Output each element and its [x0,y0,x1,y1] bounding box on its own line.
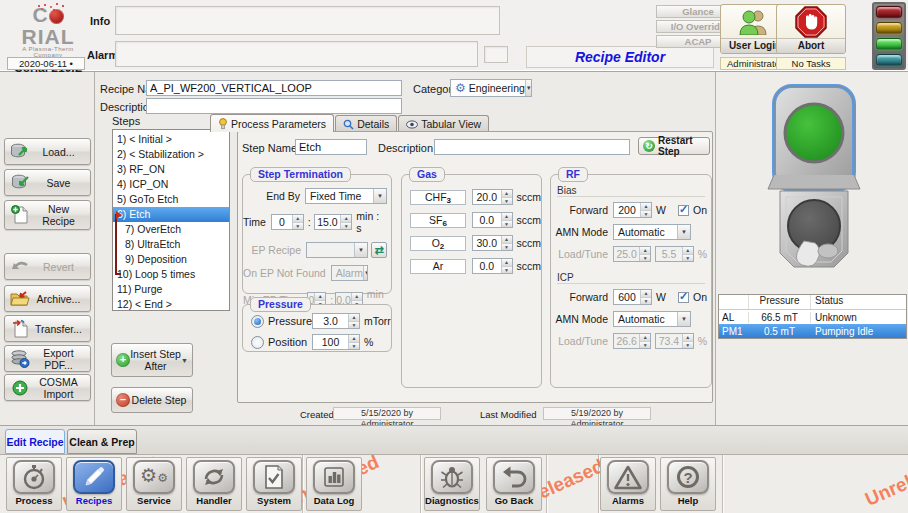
icp-forward-value: 600 [614,290,640,304]
chamber-status: Pumping Idle [811,326,906,337]
icp-amn-mode-dropdown[interactable]: Automatic ▼ [613,311,691,327]
bias-on-checkbox[interactable] [678,205,689,216]
step-item[interactable]: 10) Loop 5 times [113,267,229,282]
task-status: No Tasks [776,57,846,70]
load-label: Load... [31,146,86,158]
tab-details[interactable]: Details [335,115,397,132]
time-sec-spinner[interactable]: 15.0▲▼ [314,214,353,230]
position-spinner[interactable]: 100▲▼ [312,334,360,350]
restart-step-label: Restart Step [658,135,705,157]
recipe-name-input[interactable] [146,80,402,96]
icp-forward-spinner[interactable]: 600▲▼ [613,289,652,305]
process-button[interactable]: Process [6,457,62,511]
tab-tabular-view[interactable]: Tabular View [398,115,489,132]
abort-button[interactable]: Abort [776,4,846,54]
wafer-in-chamber [785,104,843,162]
icp-amn-arrow-icon: ▼ [677,312,690,326]
end-by-dropdown[interactable]: Fixed Time ▼ [305,188,387,204]
pressure-radio[interactable] [251,315,264,328]
ep-recipe-dropdown[interactable]: ▼ [306,242,368,258]
last-modified-label: Last Modified [480,409,537,420]
spinner-arrows-icon[interactable]: ▲▼ [501,213,512,227]
logo-text-rial: RIAL [22,25,75,48]
service-button[interactable]: ⚙⚙ Service [126,457,182,511]
step-item[interactable]: 1) < Initial > [113,132,229,147]
spinner-arrows-icon: ▲▼ [639,334,650,348]
recipe-description-input[interactable] [146,98,402,114]
archive-button[interactable]: Archive... [4,285,91,312]
gas-flow-spinner[interactable]: 20.0▲▼ [472,189,513,205]
checklist-page-icon [253,460,295,494]
cosma-plus-icon [9,380,31,396]
spinner-arrows-icon[interactable]: ▲▼ [501,236,512,250]
cosma-import-button[interactable]: COSMA Import [4,374,91,401]
bias-amn-mode-dropdown[interactable]: Automatic ▼ [613,224,691,240]
step-item-selected[interactable]: 6) Etch [113,207,229,222]
insert-step-after-button[interactable]: + Insert Step After ▼ [111,343,193,377]
on-ep-not-found-dropdown[interactable]: Alarm ▼ [331,265,368,281]
step-item[interactable]: 12) < End > [113,297,229,311]
restart-step-button[interactable]: ↻ Restart Step [638,137,710,155]
handler-button[interactable]: Handler [186,457,242,511]
spinner-arrows-icon[interactable]: ▲▼ [348,314,359,328]
icp-on-checkbox[interactable] [678,292,689,303]
step-item[interactable]: 5) GoTo Etch [113,192,229,207]
spinner-arrows-icon[interactable]: ▲▼ [292,215,303,229]
steps-list[interactable]: 1) < Initial > 2) < Stabilization > 3) R… [112,129,230,311]
steps-label: Steps [112,115,140,127]
bias-forward-spinner[interactable]: 200▲▼ [613,202,652,218]
step-description-input[interactable] [434,139,630,155]
help-button[interactable]: ? Help [660,457,716,511]
step-item[interactable]: 2) < Stabilization > [113,147,229,162]
step-name-input[interactable] [295,139,367,155]
bias-tune-spinner: 5.5▲▼ [655,246,693,262]
table-row[interactable]: AL 66.5 mT Unknown [719,310,906,324]
system-button[interactable]: System [246,457,302,511]
new-recipe-button[interactable]: New Recipe [4,200,91,230]
spinner-arrows-icon[interactable]: ▲▼ [340,215,351,229]
ep-recipe-refresh-icon[interactable]: ⇄ [371,242,387,258]
gas-flow-spinner[interactable]: 0.0▲▼ [472,258,513,274]
chamber-name: PM1 [719,326,749,337]
spinner-arrows-icon[interactable]: ▲▼ [501,259,512,273]
header: CRIAL A Plasma-Therm Company Corial 210I… [0,0,908,72]
gas-name-ar: Ar [410,259,466,274]
sidebar: Load... Save New Recipe Revert Archive..… [0,72,95,425]
spinner-arrows-icon[interactable]: ▲▼ [640,203,651,217]
table-row-selected[interactable]: PM1 0.5 mT Pumping Idle [719,324,906,338]
tab-edit-recipe[interactable]: Edit Recipe [5,429,65,454]
diagnostics-button[interactable]: Diagnostics [424,457,480,511]
tab-clean-and-prep[interactable]: Clean & Prep [67,429,137,454]
spinner-arrows-icon[interactable]: ▲▼ [348,335,359,349]
alarms-button[interactable]: Alarms [600,457,656,511]
step-item[interactable]: 8) UltraEtch [113,237,229,252]
position-radio[interactable] [251,336,264,349]
step-item[interactable]: 9) Deposition [113,252,229,267]
go-back-button[interactable]: Go Back [486,457,542,511]
chamber-pressure-table: Pressure Status AL 66.5 mT Unknown PM1 0… [718,294,907,339]
recipes-button[interactable]: Recipes [66,457,122,511]
gas-name-sf6: SF6 [410,213,466,228]
time-sec-value: 15.0 [315,215,341,229]
delete-step-button[interactable]: – Delete Step [111,387,193,413]
gas-flow-spinner[interactable]: 30.0▲▼ [472,235,513,251]
step-item[interactable]: 4) ICP_ON [113,177,229,192]
step-item[interactable]: 3) RF_ON [113,162,229,177]
gas-flow-spinner[interactable]: 0.0▲▼ [472,212,513,228]
spinner-arrows-icon[interactable]: ▲▼ [640,290,651,304]
export-pdf-button[interactable]: Export PDF... [4,345,91,372]
revert-button[interactable]: Revert [4,253,91,280]
spinner-arrows-icon[interactable]: ▲▼ [501,190,512,204]
data-log-button[interactable]: Data Log [306,457,362,511]
step-item[interactable]: 7) OverEtch [113,222,229,237]
time-min-spinner[interactable]: 0▲▼ [271,214,304,230]
category-dropdown[interactable]: ⚙ Engineering ▼ [450,79,532,97]
pressure-spinner[interactable]: 3.0▲▼ [312,313,360,329]
transfer-button[interactable]: Transfer... [4,315,91,342]
tab-process-parameters[interactable]: Process Parameters [210,114,334,132]
save-database-icon [9,174,31,191]
table-header-status: Status [811,295,906,309]
step-item[interactable]: 11) Purge [113,282,229,297]
save-button[interactable]: Save [4,169,91,196]
load-button[interactable]: Load... [4,138,91,165]
